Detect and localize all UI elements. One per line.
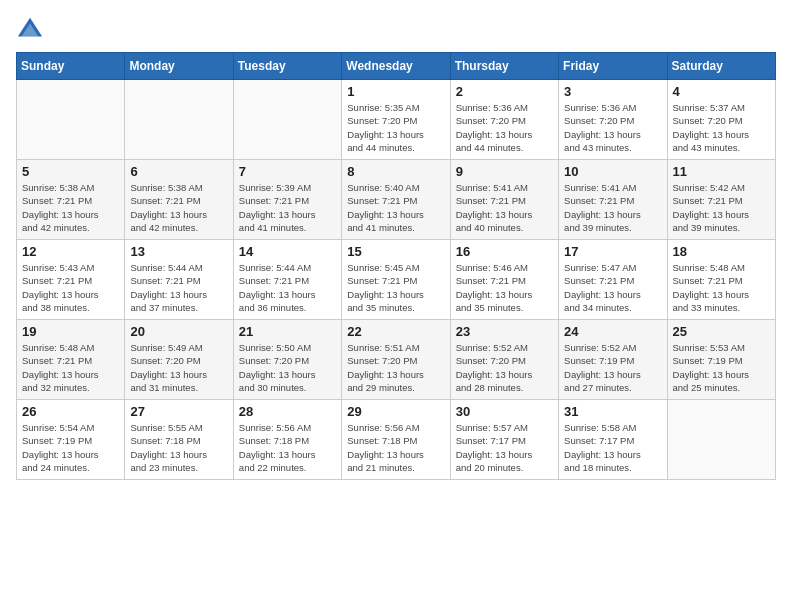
- day-cell: [17, 80, 125, 160]
- day-info: Sunrise: 5:49 AM Sunset: 7:20 PM Dayligh…: [130, 341, 227, 394]
- day-number: 29: [347, 404, 444, 419]
- day-info: Sunrise: 5:52 AM Sunset: 7:20 PM Dayligh…: [456, 341, 553, 394]
- day-number: 7: [239, 164, 336, 179]
- day-info: Sunrise: 5:38 AM Sunset: 7:21 PM Dayligh…: [22, 181, 119, 234]
- day-number: 13: [130, 244, 227, 259]
- day-number: 24: [564, 324, 661, 339]
- day-info: Sunrise: 5:54 AM Sunset: 7:19 PM Dayligh…: [22, 421, 119, 474]
- day-cell: 4Sunrise: 5:37 AM Sunset: 7:20 PM Daylig…: [667, 80, 775, 160]
- week-row-5: 26Sunrise: 5:54 AM Sunset: 7:19 PM Dayli…: [17, 400, 776, 480]
- day-info: Sunrise: 5:43 AM Sunset: 7:21 PM Dayligh…: [22, 261, 119, 314]
- day-number: 21: [239, 324, 336, 339]
- day-cell: 31Sunrise: 5:58 AM Sunset: 7:17 PM Dayli…: [559, 400, 667, 480]
- day-cell: 27Sunrise: 5:55 AM Sunset: 7:18 PM Dayli…: [125, 400, 233, 480]
- day-info: Sunrise: 5:46 AM Sunset: 7:21 PM Dayligh…: [456, 261, 553, 314]
- day-number: 23: [456, 324, 553, 339]
- day-number: 22: [347, 324, 444, 339]
- calendar-table: SundayMondayTuesdayWednesdayThursdayFrid…: [16, 52, 776, 480]
- day-cell: [667, 400, 775, 480]
- day-info: Sunrise: 5:55 AM Sunset: 7:18 PM Dayligh…: [130, 421, 227, 474]
- day-info: Sunrise: 5:40 AM Sunset: 7:21 PM Dayligh…: [347, 181, 444, 234]
- day-number: 2: [456, 84, 553, 99]
- weekday-header-row: SundayMondayTuesdayWednesdayThursdayFrid…: [17, 53, 776, 80]
- day-info: Sunrise: 5:44 AM Sunset: 7:21 PM Dayligh…: [239, 261, 336, 314]
- day-number: 1: [347, 84, 444, 99]
- day-number: 28: [239, 404, 336, 419]
- week-row-4: 19Sunrise: 5:48 AM Sunset: 7:21 PM Dayli…: [17, 320, 776, 400]
- week-row-2: 5Sunrise: 5:38 AM Sunset: 7:21 PM Daylig…: [17, 160, 776, 240]
- day-cell: 19Sunrise: 5:48 AM Sunset: 7:21 PM Dayli…: [17, 320, 125, 400]
- day-cell: [233, 80, 341, 160]
- day-info: Sunrise: 5:57 AM Sunset: 7:17 PM Dayligh…: [456, 421, 553, 474]
- day-number: 4: [673, 84, 770, 99]
- day-info: Sunrise: 5:48 AM Sunset: 7:21 PM Dayligh…: [22, 341, 119, 394]
- weekday-header-thursday: Thursday: [450, 53, 558, 80]
- day-number: 10: [564, 164, 661, 179]
- day-cell: 29Sunrise: 5:56 AM Sunset: 7:18 PM Dayli…: [342, 400, 450, 480]
- day-number: 31: [564, 404, 661, 419]
- day-info: Sunrise: 5:47 AM Sunset: 7:21 PM Dayligh…: [564, 261, 661, 314]
- day-cell: 12Sunrise: 5:43 AM Sunset: 7:21 PM Dayli…: [17, 240, 125, 320]
- day-cell: 15Sunrise: 5:45 AM Sunset: 7:21 PM Dayli…: [342, 240, 450, 320]
- day-number: 11: [673, 164, 770, 179]
- day-info: Sunrise: 5:56 AM Sunset: 7:18 PM Dayligh…: [347, 421, 444, 474]
- day-number: 5: [22, 164, 119, 179]
- day-cell: 11Sunrise: 5:42 AM Sunset: 7:21 PM Dayli…: [667, 160, 775, 240]
- day-number: 8: [347, 164, 444, 179]
- day-info: Sunrise: 5:53 AM Sunset: 7:19 PM Dayligh…: [673, 341, 770, 394]
- day-info: Sunrise: 5:35 AM Sunset: 7:20 PM Dayligh…: [347, 101, 444, 154]
- day-number: 25: [673, 324, 770, 339]
- day-number: 6: [130, 164, 227, 179]
- weekday-header-sunday: Sunday: [17, 53, 125, 80]
- day-number: 9: [456, 164, 553, 179]
- day-cell: 22Sunrise: 5:51 AM Sunset: 7:20 PM Dayli…: [342, 320, 450, 400]
- day-cell: 2Sunrise: 5:36 AM Sunset: 7:20 PM Daylig…: [450, 80, 558, 160]
- weekday-header-wednesday: Wednesday: [342, 53, 450, 80]
- day-info: Sunrise: 5:36 AM Sunset: 7:20 PM Dayligh…: [456, 101, 553, 154]
- day-cell: 6Sunrise: 5:38 AM Sunset: 7:21 PM Daylig…: [125, 160, 233, 240]
- day-cell: 21Sunrise: 5:50 AM Sunset: 7:20 PM Dayli…: [233, 320, 341, 400]
- day-number: 3: [564, 84, 661, 99]
- day-info: Sunrise: 5:37 AM Sunset: 7:20 PM Dayligh…: [673, 101, 770, 154]
- weekday-header-monday: Monday: [125, 53, 233, 80]
- day-info: Sunrise: 5:58 AM Sunset: 7:17 PM Dayligh…: [564, 421, 661, 474]
- day-info: Sunrise: 5:42 AM Sunset: 7:21 PM Dayligh…: [673, 181, 770, 234]
- day-number: 27: [130, 404, 227, 419]
- day-cell: 13Sunrise: 5:44 AM Sunset: 7:21 PM Dayli…: [125, 240, 233, 320]
- week-row-1: 1Sunrise: 5:35 AM Sunset: 7:20 PM Daylig…: [17, 80, 776, 160]
- day-number: 26: [22, 404, 119, 419]
- day-number: 17: [564, 244, 661, 259]
- day-cell: 16Sunrise: 5:46 AM Sunset: 7:21 PM Dayli…: [450, 240, 558, 320]
- day-cell: 1Sunrise: 5:35 AM Sunset: 7:20 PM Daylig…: [342, 80, 450, 160]
- logo-icon: [16, 16, 44, 44]
- day-info: Sunrise: 5:41 AM Sunset: 7:21 PM Dayligh…: [456, 181, 553, 234]
- day-cell: 14Sunrise: 5:44 AM Sunset: 7:21 PM Dayli…: [233, 240, 341, 320]
- day-number: 15: [347, 244, 444, 259]
- day-cell: 26Sunrise: 5:54 AM Sunset: 7:19 PM Dayli…: [17, 400, 125, 480]
- day-cell: 28Sunrise: 5:56 AM Sunset: 7:18 PM Dayli…: [233, 400, 341, 480]
- weekday-header-tuesday: Tuesday: [233, 53, 341, 80]
- day-cell: 17Sunrise: 5:47 AM Sunset: 7:21 PM Dayli…: [559, 240, 667, 320]
- day-number: 19: [22, 324, 119, 339]
- week-row-3: 12Sunrise: 5:43 AM Sunset: 7:21 PM Dayli…: [17, 240, 776, 320]
- day-number: 12: [22, 244, 119, 259]
- day-cell: 8Sunrise: 5:40 AM Sunset: 7:21 PM Daylig…: [342, 160, 450, 240]
- day-cell: 10Sunrise: 5:41 AM Sunset: 7:21 PM Dayli…: [559, 160, 667, 240]
- day-cell: 25Sunrise: 5:53 AM Sunset: 7:19 PM Dayli…: [667, 320, 775, 400]
- weekday-header-friday: Friday: [559, 53, 667, 80]
- day-info: Sunrise: 5:56 AM Sunset: 7:18 PM Dayligh…: [239, 421, 336, 474]
- day-number: 16: [456, 244, 553, 259]
- day-info: Sunrise: 5:39 AM Sunset: 7:21 PM Dayligh…: [239, 181, 336, 234]
- day-cell: 18Sunrise: 5:48 AM Sunset: 7:21 PM Dayli…: [667, 240, 775, 320]
- day-info: Sunrise: 5:48 AM Sunset: 7:21 PM Dayligh…: [673, 261, 770, 314]
- day-info: Sunrise: 5:38 AM Sunset: 7:21 PM Dayligh…: [130, 181, 227, 234]
- day-info: Sunrise: 5:44 AM Sunset: 7:21 PM Dayligh…: [130, 261, 227, 314]
- day-info: Sunrise: 5:36 AM Sunset: 7:20 PM Dayligh…: [564, 101, 661, 154]
- day-cell: 23Sunrise: 5:52 AM Sunset: 7:20 PM Dayli…: [450, 320, 558, 400]
- day-cell: 24Sunrise: 5:52 AM Sunset: 7:19 PM Dayli…: [559, 320, 667, 400]
- day-info: Sunrise: 5:52 AM Sunset: 7:19 PM Dayligh…: [564, 341, 661, 394]
- day-info: Sunrise: 5:51 AM Sunset: 7:20 PM Dayligh…: [347, 341, 444, 394]
- day-cell: 20Sunrise: 5:49 AM Sunset: 7:20 PM Dayli…: [125, 320, 233, 400]
- page-header: [16, 16, 776, 44]
- logo: [16, 16, 48, 44]
